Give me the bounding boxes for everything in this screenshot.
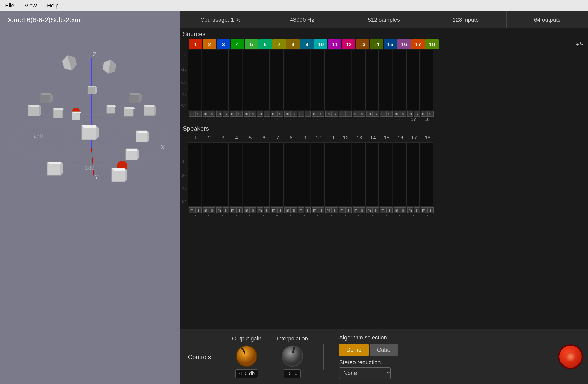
- src-ms-13: ms -: [352, 111, 366, 122]
- svg-point-59: [236, 346, 257, 366]
- src-ms-14: ms -: [366, 111, 379, 122]
- svg-line-9: [91, 148, 94, 176]
- spk-meter-8: [283, 142, 297, 207]
- spk-ms-7: ms -: [270, 207, 284, 218]
- spk-ms-2: ms -: [202, 207, 215, 218]
- spk-num-9: 9: [298, 134, 312, 142]
- source-badge-12[interactable]: 12: [342, 39, 355, 49]
- source-badge-11[interactable]: 11: [328, 39, 341, 49]
- source-badge-15[interactable]: 15: [384, 39, 397, 49]
- source-meter-9: [297, 50, 310, 110]
- source-badge-3[interactable]: 3: [217, 39, 230, 49]
- menu-help[interactable]: Help: [47, 2, 59, 9]
- src-m-1[interactable]: m: [189, 111, 195, 117]
- plus-minus-btn[interactable]: +/-: [572, 39, 587, 49]
- spk-ms-3: ms -: [216, 207, 229, 218]
- sources-header-row: Sources: [180, 28, 588, 39]
- speaker-meter-bars: [187, 142, 202, 207]
- svg-text:X: X: [161, 144, 165, 151]
- svg-point-60: [282, 346, 303, 366]
- menu-view[interactable]: View: [24, 2, 37, 9]
- spk-meter-6: [256, 142, 270, 207]
- record-button-wrap: [558, 344, 583, 369]
- src-ms-18-label: 18: [425, 117, 430, 122]
- svg-marker-57: [112, 168, 127, 171]
- cube-button[interactable]: Cube: [370, 344, 398, 356]
- src-ms-3: ms -: [216, 111, 229, 122]
- record-button[interactable]: [558, 344, 583, 369]
- spk-meter-5: [243, 142, 256, 207]
- output-gain-knob[interactable]: [235, 345, 258, 368]
- source-ms-buttons: m s - ms - ms -: [188, 111, 420, 122]
- svg-marker-29: [95, 86, 97, 94]
- main-layout: Dome16(8-6-2)Subs2.xml Z Y X 270 18: [0, 11, 588, 384]
- spk-num-10: 10: [312, 134, 325, 142]
- source-badge-5[interactable]: 5: [245, 39, 258, 49]
- source-badge-10[interactable]: 10: [314, 39, 327, 49]
- spk-meter-18: [420, 142, 433, 207]
- spk-ms-14: ms -: [366, 207, 379, 218]
- source-badge-17[interactable]: 17: [411, 39, 425, 49]
- inputs-status: 128 inputs: [425, 11, 506, 28]
- source-meter-1: [188, 50, 201, 110]
- svg-marker-46: [96, 125, 99, 140]
- sources-section: Sources 1 2 3 4 5 6 7 8 9 10 11 12: [180, 28, 588, 123]
- src-ms-18: ms 18: [420, 111, 434, 122]
- spk-meter-17: [406, 142, 420, 207]
- src-ms-12: ms -: [339, 111, 352, 122]
- speaker-meters: -6 -18 -30 -42 -54: [180, 142, 588, 207]
- spk-ms-10: ms -: [311, 207, 325, 218]
- spk-meter-12: [338, 142, 351, 207]
- spk-ms-4: ms -: [229, 207, 243, 218]
- spk-ms-9: ms -: [298, 207, 311, 218]
- stereo-select[interactable]: None: [339, 367, 391, 379]
- status-bar: Cpu usage: 1 % 48000 Hz 512 samples 128 …: [180, 11, 588, 28]
- source-meter-12: [338, 50, 351, 110]
- source-badge-9[interactable]: 9: [300, 39, 314, 49]
- source-meter-14: [365, 50, 379, 110]
- source-meter-15: [379, 50, 392, 110]
- controls-section: Controls Output gain -1: [180, 329, 588, 384]
- spk-num-4: 4: [230, 134, 243, 142]
- spk-ms-5: ms -: [243, 207, 256, 218]
- dome-button[interactable]: Dome: [339, 344, 369, 356]
- menu-file[interactable]: File: [5, 2, 14, 9]
- source-badge-4[interactable]: 4: [231, 39, 244, 49]
- source-badge-14[interactable]: 14: [370, 39, 383, 49]
- src-s-1[interactable]: s: [195, 111, 202, 117]
- src-ms-6: ms -: [257, 111, 270, 122]
- src-ms-16: ms -: [393, 111, 407, 122]
- spk-num-5: 5: [244, 134, 257, 142]
- source-badge-16[interactable]: 16: [397, 39, 411, 49]
- menubar: File View Help: [0, 0, 588, 11]
- svg-marker-23: [50, 93, 53, 103]
- spk-meter-13: [352, 142, 365, 207]
- cpu-status: Cpu usage: 1 %: [180, 11, 261, 28]
- source-badge-2[interactable]: 2: [203, 39, 216, 49]
- src-ms-7: ms -: [270, 111, 284, 122]
- interpolation-value: 0.10: [284, 369, 301, 378]
- hz-status: 48000 Hz: [261, 11, 343, 28]
- source-badge-18[interactable]: 18: [425, 39, 439, 49]
- right-panel: Cpu usage: 1 % 48000 Hz 512 samples 128 …: [180, 11, 588, 384]
- source-badge-1[interactable]: 1: [189, 39, 202, 49]
- svg-text:Y: Y: [95, 174, 98, 180]
- svg-marker-34: [53, 108, 64, 110]
- source-meter-10: [311, 50, 324, 110]
- spk-ms-11: ms -: [325, 207, 338, 218]
- source-badge-6[interactable]: 6: [258, 39, 272, 49]
- src-ms-17-label: 17: [411, 117, 416, 122]
- spk-meter-1: [188, 142, 201, 207]
- source-meter-3: [215, 50, 229, 110]
- spk-meter-9: [297, 142, 310, 207]
- stereo-label: Stereo reduction: [339, 359, 397, 366]
- interpolation-knob[interactable]: [281, 345, 304, 368]
- source-badge-7[interactable]: 7: [272, 39, 286, 49]
- spk-ms-16: ms -: [393, 207, 407, 218]
- samples-status: 512 samples: [343, 11, 425, 28]
- spk-num-row: 1 2 3 4 5 6 7 8 9 10 11 12 13 14: [188, 134, 271, 142]
- spk-ms-15: ms -: [379, 207, 393, 218]
- source-badge-13[interactable]: 13: [356, 39, 369, 49]
- source-badge-8[interactable]: 8: [286, 39, 300, 49]
- algorithm-section: Algorithm selection Dome Cube Stereo red…: [339, 334, 397, 379]
